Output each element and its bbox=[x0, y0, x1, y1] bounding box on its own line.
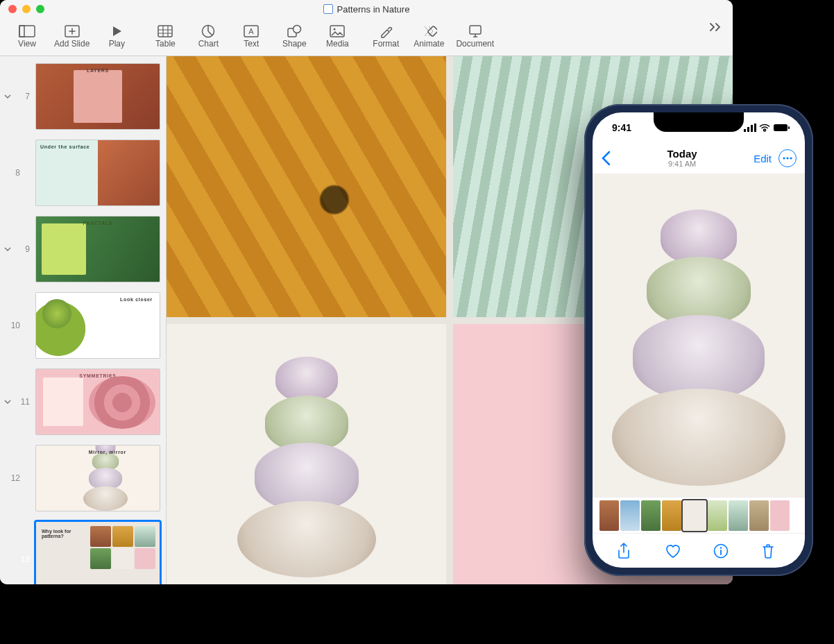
slide-navigator[interactable]: 7 LAYERS 8 Under the surface 9 bbox=[0, 56, 167, 584]
media-button[interactable]: Media bbox=[317, 22, 357, 50]
share-button[interactable] bbox=[617, 543, 636, 559]
slide-number: 11 bbox=[17, 397, 30, 407]
photos-toolbar bbox=[593, 533, 805, 568]
canvas-image-honeycomb[interactable] bbox=[167, 56, 446, 317]
shape-button[interactable]: Shape bbox=[274, 22, 314, 50]
info-button[interactable] bbox=[713, 543, 733, 559]
svg-point-8 bbox=[293, 26, 301, 33]
svg-rect-16 bbox=[754, 124, 756, 132]
chart-button[interactable]: Chart bbox=[188, 22, 228, 50]
toolbar-overflow-button[interactable] bbox=[705, 22, 726, 32]
svg-rect-3 bbox=[158, 26, 172, 37]
filmstrip-thumb[interactable] bbox=[770, 500, 790, 531]
ellipsis-icon bbox=[783, 157, 792, 160]
wifi-icon bbox=[759, 124, 770, 132]
chevron-left-icon bbox=[601, 151, 611, 166]
status-time: 9:41 bbox=[612, 122, 631, 133]
format-icon bbox=[377, 24, 395, 39]
text-icon: A bbox=[242, 24, 260, 39]
slide-number: 8 bbox=[12, 168, 20, 178]
svg-rect-1 bbox=[19, 26, 24, 37]
slide-number: 13 bbox=[17, 554, 30, 564]
filmstrip-thumb[interactable] bbox=[620, 500, 640, 531]
slide-title: Why look for patterns? bbox=[42, 529, 83, 539]
filmstrip-thumb[interactable] bbox=[599, 500, 619, 531]
shape-icon bbox=[285, 24, 303, 39]
more-button[interactable] bbox=[778, 149, 797, 167]
disclosure-icon[interactable] bbox=[4, 398, 12, 405]
play-button[interactable]: Play bbox=[96, 22, 137, 50]
slide-thumbnail-8[interactable]: 8 Under the surface bbox=[4, 138, 162, 207]
iphone-screen: 9:41 Today 9:41 AM Edit bbox=[593, 112, 805, 568]
disclosure-icon[interactable] bbox=[4, 93, 12, 100]
share-icon bbox=[617, 543, 631, 559]
edit-button[interactable]: Edit bbox=[754, 153, 772, 164]
text-button[interactable]: A Text bbox=[231, 22, 271, 50]
slide-number: 9 bbox=[17, 244, 30, 254]
format-label: Format bbox=[373, 39, 399, 49]
chart-icon bbox=[199, 24, 217, 39]
window-title: Patterns in Nature bbox=[0, 4, 733, 15]
document-settings-icon bbox=[466, 24, 484, 39]
media-icon bbox=[328, 24, 346, 39]
filmstrip-thumb[interactable] bbox=[708, 500, 727, 531]
play-label: Play bbox=[109, 39, 125, 49]
view-button[interactable]: View bbox=[7, 22, 47, 50]
slide-title: Look closer bbox=[120, 297, 153, 302]
slide-thumbnail-13[interactable]: 13 Why look for patterns? bbox=[4, 520, 162, 584]
filmstrip-thumb-selected[interactable] bbox=[683, 500, 706, 531]
favorite-button[interactable] bbox=[665, 543, 684, 559]
table-label: Table bbox=[155, 39, 176, 49]
slide-thumbnail-11[interactable]: 11 SYMMETRIES bbox=[4, 367, 162, 437]
svg-rect-17 bbox=[774, 124, 788, 131]
animate-label: Animate bbox=[414, 39, 444, 49]
slide-number: 10 bbox=[11, 321, 20, 330]
slide-number: 7 bbox=[17, 92, 30, 101]
svg-point-19 bbox=[783, 157, 785, 159]
animate-icon bbox=[420, 24, 438, 39]
document-label: Document bbox=[456, 39, 494, 49]
svg-point-20 bbox=[786, 157, 788, 159]
info-icon bbox=[713, 543, 729, 559]
media-label: Media bbox=[326, 39, 349, 49]
canvas-image-shells[interactable] bbox=[167, 324, 446, 585]
photo-filmstrip[interactable] bbox=[593, 497, 805, 533]
format-button[interactable]: Format bbox=[366, 22, 406, 50]
slide-thumbnail-7[interactable]: 7 LAYERS bbox=[4, 62, 162, 131]
slide-title: LAYERS bbox=[36, 68, 160, 73]
document-button[interactable]: Document bbox=[452, 22, 498, 50]
cellular-icon bbox=[744, 124, 756, 132]
slide-thumbnail-10[interactable]: 10 Look closer bbox=[4, 291, 162, 360]
svg-rect-18 bbox=[788, 126, 790, 129]
slide-thumbnail-12[interactable]: 12 Mirror, mirror bbox=[4, 443, 162, 513]
photos-header: Today 9:41 AM Edit bbox=[593, 143, 805, 173]
play-icon bbox=[108, 24, 126, 39]
slide-thumbnail-9[interactable]: 9 FRACTALS bbox=[4, 214, 162, 284]
filmstrip-thumb[interactable] bbox=[662, 500, 681, 531]
disclosure-icon[interactable] bbox=[4, 246, 12, 253]
add-slide-button[interactable]: Add Slide bbox=[50, 22, 94, 50]
photos-title: Today 9:41 AM bbox=[667, 149, 697, 169]
iphone-device: 9:41 Today 9:41 AM Edit bbox=[584, 104, 813, 576]
svg-rect-14 bbox=[747, 127, 749, 132]
back-button[interactable] bbox=[601, 151, 611, 166]
svg-point-21 bbox=[790, 157, 792, 159]
chart-label: Chart bbox=[198, 39, 219, 49]
slide-title: SYMMETRIES bbox=[36, 373, 160, 378]
svg-point-10 bbox=[334, 28, 336, 31]
photo-viewer[interactable] bbox=[593, 173, 805, 497]
svg-rect-15 bbox=[751, 125, 753, 132]
add-slide-label: Add Slide bbox=[54, 39, 90, 49]
filmstrip-thumb[interactable] bbox=[729, 500, 748, 531]
view-label: View bbox=[18, 39, 36, 49]
svg-point-23 bbox=[720, 547, 722, 548]
toolbar: View Add Slide Play Table Chart bbox=[0, 18, 733, 56]
filmstrip-thumb[interactable] bbox=[749, 500, 769, 531]
table-button[interactable]: Table bbox=[145, 22, 185, 50]
animate-button[interactable]: Animate bbox=[409, 22, 449, 50]
battery-icon bbox=[773, 124, 790, 132]
filmstrip-thumb[interactable] bbox=[641, 500, 661, 531]
delete-button[interactable] bbox=[761, 543, 781, 559]
table-icon bbox=[156, 24, 174, 39]
titlebar: Patterns in Nature bbox=[0, 0, 733, 18]
